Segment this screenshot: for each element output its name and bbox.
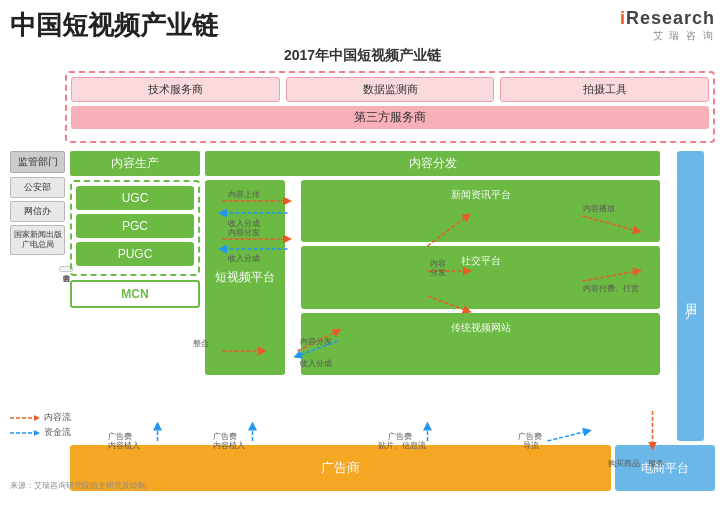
ugc-pgc-area: UGC PGC PUGC (70, 180, 200, 276)
legend-content-label: 内容流 (44, 411, 71, 424)
tp-box-data: 数据监测商 (286, 77, 495, 102)
social-platform: 社交平台 (301, 246, 660, 308)
news-platform: 新闻资讯平台 (301, 180, 660, 242)
third-party-section: 技术服务商 数据监测商 拍摄工具 第三方服务商 (65, 71, 715, 143)
content-production-section: 内容生产 UGC PGC PUGC MCN (70, 151, 200, 441)
user-box: 用 户 (677, 151, 704, 441)
diagram: 技术服务商 数据监测商 拍摄工具 第三方服务商 监管部门 公安部 网信办 国家新… (10, 71, 715, 491)
supervisor-police: 公安部 (10, 177, 65, 198)
svg-marker-38 (34, 415, 40, 421)
logo-research: Research (626, 8, 715, 28)
legend-money-label: 资金流 (44, 426, 71, 439)
logo-area: iResearch 艾 瑞 咨 询 (620, 8, 715, 43)
logo-iresearch: iResearch (620, 8, 715, 29)
traditional-video: 传统视频网站 (301, 313, 660, 375)
ugc-box: UGC (76, 186, 194, 210)
logo-company: 艾 瑞 咨 询 (653, 29, 715, 43)
user-column: 用 户 (665, 151, 715, 441)
source-text: 来源：艾瑞咨询研究院自主研究及绘制。 (10, 480, 154, 491)
content-distribution-section: 内容分发 短视频平台 新闻资讯平台 社交平台 传统视频网站 (205, 151, 660, 441)
right-platforms: 新闻资讯平台 社交平台 传统视频网站 (301, 180, 660, 375)
ecommerce-box: 电商平台 (615, 445, 715, 491)
mcn-box: MCN (70, 280, 200, 308)
content-production-title: 内容生产 (70, 151, 200, 176)
bottom-row: 广告商 电商平台 (70, 445, 715, 491)
short-video-col: 短视频平台 (205, 180, 295, 375)
main-title: 中国短视频产业链 (10, 8, 218, 43)
tp-box-camera: 拍摄工具 (500, 77, 709, 102)
legend-content-flow: 内容流 (10, 411, 71, 424)
supervisor-cyberspace: 网信办 (10, 201, 65, 222)
pgc-box: PGC (76, 214, 194, 238)
content-dist-title: 内容分发 (205, 151, 660, 176)
user-label: 用 户 (682, 294, 699, 297)
tp-box-tech: 技术服务商 (71, 77, 280, 102)
pugc-box: PUGC (76, 242, 194, 266)
dist-inner: 短视频平台 新闻资讯平台 社交平台 传统视频网站 (205, 180, 660, 375)
page: 中国短视频产业链 iResearch 艾 瑞 咨 询 2017年中国短视频产业链… (0, 0, 725, 530)
legend: 内容流 资金流 (10, 411, 71, 439)
short-video-platform: 短视频平台 (205, 180, 285, 375)
header: 中国短视频产业链 iResearch 艾 瑞 咨 询 (10, 8, 715, 43)
supervisor-col: 监管部门 公安部 网信办 国家新闻出版广电总局 (10, 151, 65, 258)
third-party-top-row: 技术服务商 数据监测商 拍摄工具 (71, 77, 709, 102)
svg-marker-40 (34, 430, 40, 436)
third-party-label: 第三方服务商 (71, 106, 709, 129)
supervisor-title: 监管部门 (10, 151, 65, 173)
legend-money-flow: 资金流 (10, 426, 71, 439)
subtitle: 2017年中国短视频产业链 (10, 47, 715, 65)
supervisor-press: 国家新闻出版广电总局 (10, 225, 65, 255)
